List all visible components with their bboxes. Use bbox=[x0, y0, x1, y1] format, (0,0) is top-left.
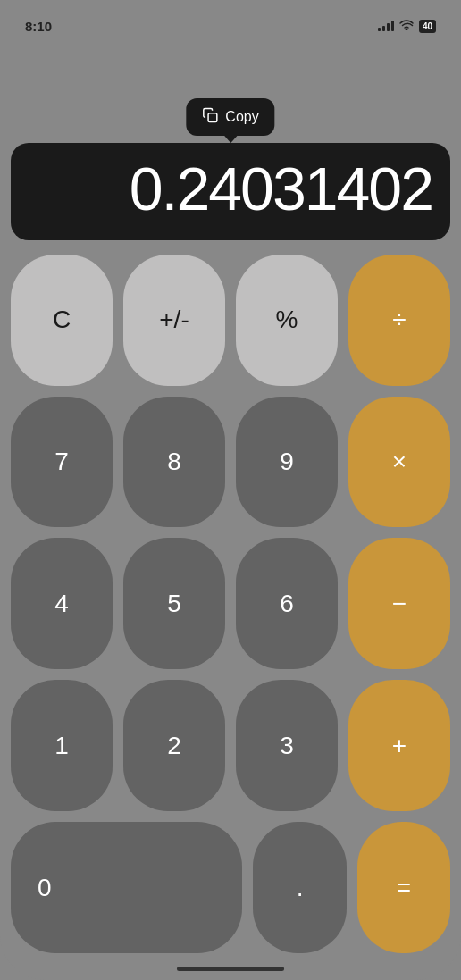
button-7[interactable]: 7 bbox=[11, 397, 113, 528]
battery-icon: 40 bbox=[419, 20, 436, 33]
button-percent[interactable]: % bbox=[236, 255, 338, 386]
button-subtract[interactable]: − bbox=[348, 538, 450, 669]
button-divide[interactable]: ÷ bbox=[348, 255, 450, 386]
button-add[interactable]: + bbox=[348, 680, 450, 811]
status-icons: 40 bbox=[378, 20, 436, 33]
home-indicator bbox=[177, 967, 284, 971]
button-row-3: 4 5 6 − bbox=[11, 538, 450, 669]
button-5[interactable]: 5 bbox=[123, 538, 225, 669]
display-area: Copy 0.24031402 bbox=[11, 143, 450, 240]
status-bar: 8:10 40 bbox=[0, 0, 461, 39]
button-row-4: 1 2 3 + bbox=[11, 680, 450, 811]
copy-label: Copy bbox=[225, 109, 258, 125]
button-clear[interactable]: C bbox=[11, 255, 113, 386]
calculator: Copy 0.24031402 C +/- % ÷ 7 bbox=[0, 143, 461, 980]
button-equals[interactable]: = bbox=[357, 822, 450, 953]
button-3[interactable]: 3 bbox=[236, 680, 338, 811]
button-9[interactable]: 9 bbox=[236, 397, 338, 528]
button-decimal[interactable]: . bbox=[253, 822, 346, 953]
button-row-5: 0 . = bbox=[11, 822, 450, 953]
button-grid: C +/- % ÷ 7 8 9 × bbox=[11, 255, 450, 953]
button-row-1: C +/- % ÷ bbox=[11, 255, 450, 386]
copy-tooltip[interactable]: Copy bbox=[186, 98, 274, 136]
button-plus-minus[interactable]: +/- bbox=[123, 255, 225, 386]
copy-icon bbox=[202, 107, 218, 127]
button-multiply[interactable]: × bbox=[348, 397, 450, 528]
display-value: 0.24031402 bbox=[29, 155, 432, 222]
signal-bars-icon bbox=[378, 21, 394, 31]
button-0[interactable]: 0 bbox=[11, 822, 242, 953]
button-row-2: 7 8 9 × bbox=[11, 397, 450, 528]
button-2[interactable]: 2 bbox=[123, 680, 225, 811]
button-4[interactable]: 4 bbox=[11, 538, 113, 669]
svg-rect-0 bbox=[208, 113, 217, 122]
status-time: 8:10 bbox=[25, 19, 52, 34]
button-1[interactable]: 1 bbox=[11, 680, 113, 811]
button-6[interactable]: 6 bbox=[236, 538, 338, 669]
wifi-icon bbox=[399, 20, 414, 33]
button-8[interactable]: 8 bbox=[123, 397, 225, 528]
